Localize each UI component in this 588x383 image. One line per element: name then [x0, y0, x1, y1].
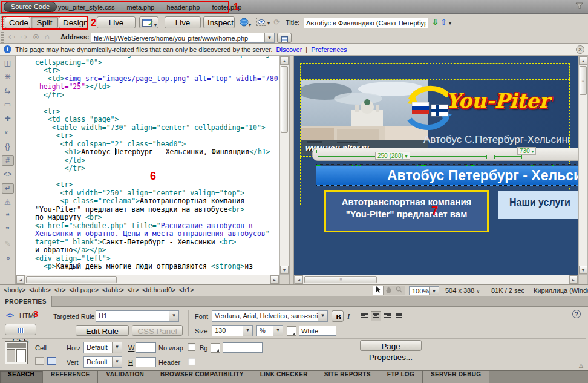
address-bar-grip[interactable]: [1, 32, 4, 44]
font-combo[interactable]: Verdana, Arial, Helvetica, sans-serif: [212, 310, 328, 322]
more-options-icon[interactable]: »: [2, 252, 13, 264]
tag-selector-item[interactable]: <body>: [4, 286, 26, 293]
scroll-left-icon[interactable]: ◄: [295, 275, 303, 284]
merge-cells-icon[interactable]: [35, 357, 44, 365]
document-title-input[interactable]: [304, 18, 428, 28]
magnification-combo[interactable]: 100%: [409, 286, 439, 295]
cell-height-input[interactable]: [136, 357, 156, 367]
cell-width-menu[interactable]: 250 (288) ▾: [375, 152, 410, 160]
header-checkbox[interactable]: [188, 358, 195, 365]
company-intro-box[interactable]: Автотранспортная компания "You-Piter" пр…: [324, 190, 489, 232]
design-vertical-scrollbar[interactable]: ▲ ≡ ▼: [578, 56, 588, 275]
collapse-selection-icon[interactable]: ▭: [2, 100, 14, 110]
scroll-down-icon[interactable]: ▼: [579, 266, 587, 274]
scroll-up-icon[interactable]: ▲: [280, 56, 289, 65]
check-browser-compatibility-button[interactable]: ✓ ▾: [139, 16, 158, 28]
zoom-tool-icon[interactable]: [394, 286, 404, 295]
open-documents-icon[interactable]: ◫: [2, 58, 14, 68]
word-wrap-icon[interactable]: ↵: [2, 183, 14, 194]
preview-in-browser-icon[interactable]: ▾: [240, 18, 251, 28]
site-banner[interactable]: You-Piter Автобус С.Петербург-Хельсинки …: [301, 80, 569, 155]
discover-link[interactable]: Discover: [276, 46, 302, 53]
remove-comment-icon[interactable]: ❞: [2, 225, 14, 235]
bottom-tab-server-debug[interactable]: SERVER DEBUG: [423, 371, 489, 383]
bottom-tab-link-checker[interactable]: LINK CHECKER: [252, 371, 316, 383]
bg-color-swatch[interactable]: [211, 343, 220, 353]
tag-selector-item[interactable]: <table>: [29, 286, 51, 293]
highlight-invalid-code-icon[interactable]: <>: [2, 169, 14, 180]
page-properties-button[interactable]: Page Properties...: [360, 340, 422, 351]
put-file-icon[interactable]: ⇧: [440, 18, 447, 27]
scroll-down-icon[interactable]: ▼: [280, 266, 289, 274]
address-combo[interactable]: file:///E|/WebServers/home/you-piter/www…: [91, 33, 275, 43]
tag-selector-item[interactable]: <table>: [102, 286, 125, 293]
scroll-left-icon[interactable]: ◄: [16, 275, 25, 284]
design-horizontal-scrollbar[interactable]: ◄ ≡ ►: [294, 275, 578, 284]
collapse-full-tag-icon[interactable]: ⇆: [2, 86, 14, 96]
split-view-divider[interactable]: [289, 56, 294, 284]
bottom-tab-ftp-log[interactable]: FTP LOG: [379, 371, 423, 383]
cell-width-input[interactable]: [136, 342, 156, 353]
nowrap-checkbox[interactable]: [188, 343, 195, 351]
tag-selector-item[interactable]: <tr>: [127, 286, 139, 293]
horz-combo[interactable]: Default: [83, 342, 122, 353]
edit-rule-button[interactable]: Edit Rule: [76, 325, 129, 336]
css-panel-button[interactable]: CSS Panel: [132, 325, 183, 336]
preferences-link[interactable]: Preferences: [311, 46, 347, 53]
scroll-thumb[interactable]: ≡: [580, 66, 587, 95]
align-right-icon[interactable]: [382, 311, 393, 321]
bold-button[interactable]: B: [332, 310, 344, 322]
get-file-icon[interactable]: ⇩: [432, 18, 439, 27]
stop-icon[interactable]: ⊗: [33, 32, 39, 41]
infobar-close-icon[interactable]: ✕: [576, 45, 584, 54]
page-heading[interactable]: Автобус Петербург - Хельсин: [316, 166, 578, 186]
syntax-error-alerts-icon[interactable]: ⚠: [2, 197, 14, 208]
design-view-canvas[interactable]: You-Piter Автобус С.Петербург-Хельсинки …: [294, 56, 578, 275]
italic-button[interactable]: I: [347, 312, 350, 321]
bottom-tab-reference[interactable]: REFERENCE: [43, 371, 98, 383]
services-box[interactable]: Наши услуги: [498, 191, 578, 219]
help-icon[interactable]: ?: [572, 310, 581, 318]
scroll-thumb[interactable]: ≡: [304, 276, 377, 283]
live-view-button[interactable]: Live View: [165, 16, 201, 28]
vert-combo[interactable]: Default: [83, 356, 122, 368]
forward-icon[interactable]: ⇨: [21, 32, 27, 41]
visual-aids-icon[interactable]: [256, 18, 266, 26]
bottom-tab-browser-compatibility[interactable]: BROWSER COMPATIBILITY: [152, 371, 252, 383]
size-combo[interactable]: 130: [212, 325, 253, 336]
file-management-view-button[interactable]: ▾: [277, 33, 292, 43]
properties-tab[interactable]: PROPERTIES: [0, 296, 52, 307]
selection-tool-icon[interactable]: [373, 286, 384, 295]
table-width-menu[interactable]: 730 ▾: [517, 147, 536, 155]
scroll-thumb[interactable]: [26, 276, 117, 283]
text-color-swatch[interactable]: [287, 326, 296, 336]
tag-selector-item[interactable]: <td.page>: [69, 286, 99, 293]
targeted-rule-combo[interactable]: H1: [96, 310, 179, 322]
inspect-button[interactable]: Inspect: [203, 16, 235, 28]
bottom-tab-validation[interactable]: VALIDATION: [98, 371, 152, 383]
bg-color-input[interactable]: [223, 342, 263, 353]
collapse-panel-icon[interactable]: △: [579, 362, 583, 368]
scroll-up-icon[interactable]: ▲: [579, 56, 587, 65]
scroll-right-icon[interactable]: ►: [569, 275, 578, 284]
refresh-icon[interactable]: ⟳: [273, 18, 280, 27]
css-mode-button[interactable]: CSS: [5, 324, 36, 335]
back-icon[interactable]: ⇦: [8, 32, 15, 41]
tag-selector-item[interactable]: <h1>: [179, 286, 194, 293]
window-size-indicator[interactable]: 504 x 388 ∨: [445, 287, 480, 294]
line-numbers-icon[interactable]: #: [2, 155, 14, 166]
code-horizontal-scrollbar[interactable]: ◄ ►: [16, 275, 279, 284]
table-width-bar[interactable]: 730 ▾ 250 (288) ▾: [312, 148, 578, 161]
text-color-input[interactable]: [299, 326, 336, 336]
select-parent-tag-icon[interactable]: ⇤: [2, 128, 14, 138]
hand-tool-icon[interactable]: [384, 286, 394, 295]
format-source-code-icon[interactable]: ✎: [2, 239, 14, 249]
code-vertical-scrollbar[interactable]: ▲ ▼: [279, 56, 289, 275]
size-unit-combo[interactable]: %: [256, 325, 283, 336]
expand-all-icon[interactable]: ✚: [2, 114, 14, 124]
align-center-icon[interactable]: [371, 311, 381, 321]
tag-selector-item[interactable]: <td.head0>: [142, 286, 176, 293]
scroll-right-icon[interactable]: ►: [270, 275, 279, 284]
align-left-icon[interactable]: [359, 311, 370, 321]
bottom-tab-site-reports[interactable]: SITE REPORTS: [316, 371, 379, 383]
